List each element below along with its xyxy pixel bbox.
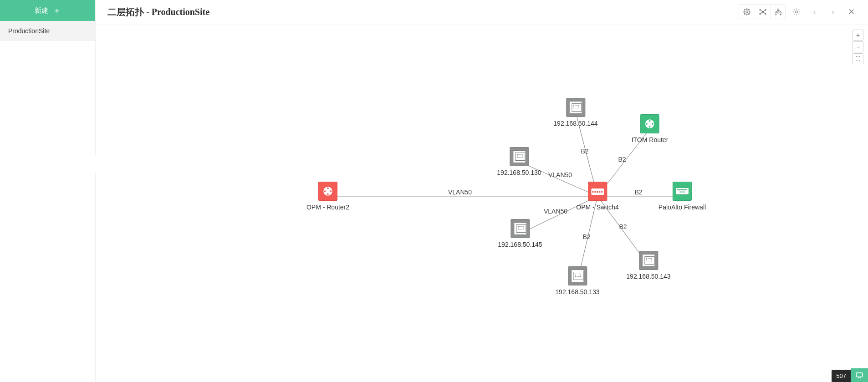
topology-node[interactable]: OPM - Router2 — [306, 182, 349, 211]
host-icon — [566, 98, 585, 117]
fullscreen-icon — [855, 56, 861, 61]
sidebar: 新建 ＋ ProductionSite ‹ — [0, 0, 96, 382]
chat-icon — [855, 371, 863, 379]
svg-point-25 — [775, 14, 776, 15]
chat-widget-button[interactable] — [851, 368, 868, 382]
topology-node[interactable]: OPM - Switch4 — [576, 182, 618, 211]
node-label: 192.168.50.145 — [498, 241, 542, 248]
svg-rect-38 — [856, 373, 863, 377]
chevron-left-icon: ‹ — [813, 7, 816, 17]
new-button[interactable]: 新建 ＋ — [0, 0, 95, 21]
node-label: PaloAlto Firewall — [659, 204, 706, 211]
svg-point-19 — [775, 12, 776, 13]
svg-point-21 — [780, 12, 781, 13]
sidebar-item-site[interactable]: ProductionSite — [0, 21, 95, 41]
router-icon — [640, 114, 659, 133]
host-icon — [639, 251, 658, 270]
svg-point-27 — [796, 11, 798, 13]
svg-point-20 — [777, 12, 779, 13]
host-icon — [511, 219, 530, 238]
toolbar: ‹ › ✕ — [739, 5, 859, 19]
topology-node[interactable]: 192.168.50.145 — [498, 219, 542, 248]
topology-node[interactable]: ciscoPaloAlto Firewall — [659, 182, 706, 211]
settings-button[interactable] — [789, 5, 804, 19]
svg-point-8 — [748, 13, 749, 14]
sidebar-item-label: ProductionSite — [8, 27, 50, 35]
layout-tool-group — [739, 5, 786, 19]
topology-node[interactable]: 192.168.50.144 — [553, 98, 597, 127]
new-button-label: 新建 — [35, 6, 48, 15]
host-icon — [568, 266, 587, 285]
topology-node[interactable]: 192.168.50.143 — [626, 251, 670, 280]
router-icon — [318, 182, 337, 201]
node-label: 192.168.50.133 — [555, 288, 599, 295]
bottom-right-widgets: 507 — [832, 368, 868, 382]
count-badge[interactable]: 507 — [832, 370, 851, 382]
node-label: OPM - Switch4 — [576, 204, 618, 211]
tree-layout-icon — [774, 8, 782, 16]
minus-icon: − — [856, 43, 860, 51]
svg-point-0 — [746, 11, 748, 13]
node-label: ITOM Router — [632, 136, 669, 143]
zoom-in-button[interactable]: + — [853, 30, 863, 41]
svg-point-2 — [749, 11, 750, 12]
firewall-icon: cisco — [673, 182, 692, 201]
radial-layout-icon — [743, 8, 751, 16]
next-button[interactable]: › — [825, 5, 841, 19]
node-label: 192.168.50.130 — [497, 169, 541, 176]
topology-node[interactable]: 192.168.50.130 — [497, 147, 541, 176]
topology-node[interactable]: 192.168.50.133 — [555, 266, 599, 295]
count-badge-value: 507 — [836, 372, 846, 379]
svg-point-26 — [780, 14, 781, 15]
layout-radial-button[interactable] — [739, 5, 755, 19]
svg-point-7 — [744, 13, 745, 14]
svg-point-1 — [744, 11, 745, 12]
chevron-right-icon: › — [832, 7, 834, 17]
zoom-controls: + − — [853, 30, 863, 64]
page-title: 二层拓扑 - ProductionSite — [107, 6, 209, 18]
topology-node[interactable]: ITOM Router — [632, 114, 669, 143]
close-button[interactable]: ✕ — [843, 5, 859, 19]
plus-icon: ＋ — [53, 6, 61, 15]
site-list: ProductionSite — [0, 21, 95, 382]
star-layout-icon — [759, 8, 767, 16]
layout-star-button[interactable] — [755, 5, 770, 19]
svg-point-5 — [744, 9, 745, 10]
gear-icon — [792, 8, 801, 16]
host-icon — [510, 147, 529, 166]
svg-line-24 — [778, 10, 781, 12]
fullscreen-button[interactable] — [853, 53, 863, 64]
svg-point-3 — [746, 9, 747, 10]
topology-canvas[interactable]: VLAN50VLAN50B2B2B2B2B2VLAN50 OPM - Route… — [96, 25, 868, 382]
svg-point-6 — [748, 9, 749, 10]
main: 二层拓扑 - ProductionSite — [96, 0, 868, 382]
node-label: OPM - Router2 — [306, 204, 349, 211]
plus-icon: + — [856, 31, 860, 39]
svg-point-18 — [777, 9, 779, 10]
node-label: 192.168.50.144 — [553, 120, 597, 127]
zoom-out-button[interactable]: − — [853, 41, 863, 52]
svg-point-4 — [746, 14, 747, 15]
node-label: 192.168.50.143 — [626, 273, 670, 280]
layout-tree-button[interactable] — [770, 5, 786, 19]
svg-line-22 — [776, 10, 778, 12]
topbar: 二层拓扑 - ProductionSite — [96, 0, 868, 25]
close-icon: ✕ — [848, 7, 855, 17]
prev-button[interactable]: ‹ — [807, 5, 822, 19]
switch-icon — [588, 182, 607, 201]
